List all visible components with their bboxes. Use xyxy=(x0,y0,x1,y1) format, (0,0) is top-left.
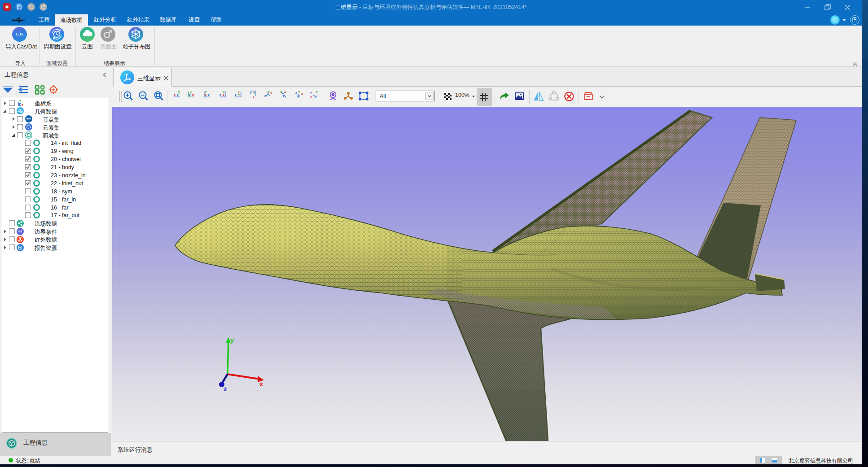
svg-text:z: z xyxy=(219,93,221,97)
svg-text:z: z xyxy=(295,91,297,95)
svg-text:Y: Y xyxy=(205,91,207,94)
svg-text:z: z xyxy=(264,94,266,98)
svg-text:z: z xyxy=(208,93,210,97)
svg-text:z: z xyxy=(224,385,227,393)
svg-text:y: y xyxy=(230,336,234,344)
svg-text:x: x xyxy=(270,91,272,95)
svg-text:z: z xyxy=(235,93,237,97)
svg-text:x: x xyxy=(238,91,240,94)
svg-text:z: z xyxy=(285,95,286,99)
svg-text:Y: Y xyxy=(190,91,192,94)
svg-text:z: z xyxy=(310,91,312,95)
svg-text:x: x xyxy=(253,96,254,99)
svg-text:x: x xyxy=(174,93,176,97)
svg-text:z: z xyxy=(250,91,252,95)
svg-text:x: x xyxy=(259,380,263,388)
svg-text:Y: Y xyxy=(253,91,255,95)
svg-text:x: x xyxy=(301,92,303,96)
svg-text:x: x xyxy=(310,95,312,99)
svg-text:z: z xyxy=(177,93,179,97)
svg-text:Y: Y xyxy=(316,90,318,94)
svg-text:x: x xyxy=(285,90,287,94)
svg-text:Y: Y xyxy=(298,90,300,94)
svg-text:Y: Y xyxy=(223,91,225,94)
svg-text:x: x xyxy=(192,93,194,97)
